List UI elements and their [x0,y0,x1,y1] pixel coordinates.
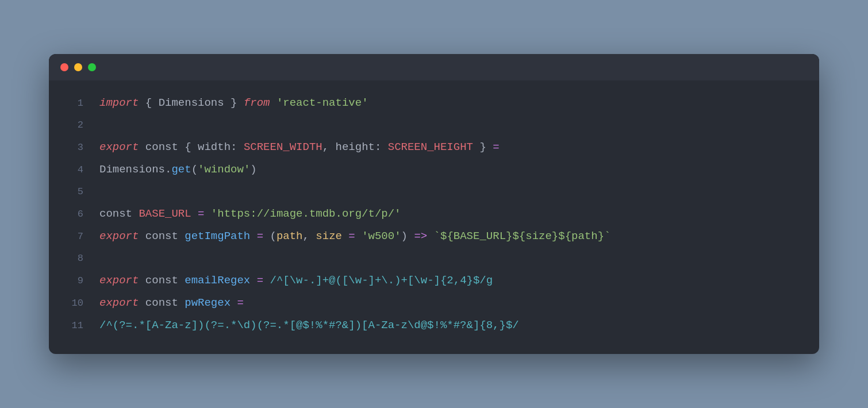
token: 'window' [198,163,250,176]
token: path [276,230,303,243]
token: pwRegex [185,297,231,309]
token [139,141,145,153]
token [178,297,185,309]
token: width: [198,141,244,153]
line-content: Dimensions.get('window') [99,159,257,180]
token: const [145,297,178,309]
line-content: import { Dimensions } from 'react-native… [99,92,368,114]
line-number: 4 [63,159,83,181]
token: } [224,97,244,109]
line-number: 2 [63,114,83,136]
code-line: 8 [49,248,819,270]
token: SCREEN_HEIGHT [388,141,473,153]
token: ( [263,230,276,243]
token: size [316,230,342,243]
token: from [244,97,270,109]
code-window: 1import { Dimensions } from 'react-nativ… [49,54,819,354]
token: => [414,230,427,243]
token: { [139,97,158,109]
token: = [257,274,263,287]
token: const [145,230,178,243]
line-content: export const emailRegex = /^[\w-.]+@([\w… [99,270,493,291]
code-line: 9export const emailRegex = /^[\w-.]+@([\… [49,270,819,292]
line-content: export const { width: SCREEN_WIDTH, heig… [99,136,500,158]
line-content: /^(?=.*[A-Za-z])(?=.*\d)(?=.*[@$!%*#?&])… [99,314,519,336]
minimize-button[interactable] [74,63,82,71]
token: BASE_URL [139,207,191,220]
token: import [99,97,139,109]
token [408,230,414,243]
token: = [348,230,355,243]
token: export [99,141,139,153]
token [132,207,139,220]
code-line: 1import { Dimensions } from 'react-nativ… [49,92,819,114]
token: = [198,207,204,220]
token: SCREEN_WIDTH [244,141,322,153]
token: , height: [322,141,388,153]
line-content: export const pwRegex = [99,292,244,314]
code-line: 11 /^(?=.*[A-Za-z])(?=.*\d)(?=.*[@$!%*#?… [49,314,819,337]
token: const [99,207,132,220]
token [139,230,145,243]
code-line: 5 [49,181,819,203]
line-number: 7 [63,226,83,248]
line-number: 9 [63,270,83,292]
line-number: 3 [63,137,83,159]
token [178,230,185,243]
token [342,230,348,243]
code-line: 6const BASE_URL = 'https://image.tmdb.or… [49,203,819,225]
token: get [171,163,191,176]
token: /^(?=.*[A-Za-z])(?=.*\d)(?=.*[@$!%*#?&])… [99,319,519,332]
token [204,207,210,220]
token [139,297,145,309]
token: = [237,297,243,309]
token: } [473,141,493,153]
token: /^[\w-.]+@([\w-]+\.)+[\w-]{2,4}$/g [270,274,493,287]
line-content: export const getImgPath = (path, size = … [99,225,610,247]
token: export [99,230,139,243]
token: . [165,163,171,176]
token: const [145,141,178,153]
line-number: 10 [63,292,83,314]
token [191,207,198,220]
close-button[interactable] [60,63,68,71]
token: Dimensions [159,97,224,109]
line-content: const BASE_URL = 'https://image.tmdb.org… [99,203,401,225]
token: = [493,141,499,153]
token: 'https://image.tmdb.org/t/p/' [211,207,401,220]
line-number: 11 [63,315,83,337]
line-number: 5 [63,181,83,203]
code-line: 2 [49,114,819,136]
line-number: 6 [63,203,83,225]
line-number: 1 [63,93,83,114]
token [231,297,237,309]
token: 'w500' [362,230,401,243]
maximize-button[interactable] [88,63,96,71]
code-line: 10export const pwRegex = [49,292,819,314]
token: = [257,230,263,243]
token: emailRegex [185,274,250,287]
code-line: 7export const getImgPath = (path, size =… [49,225,819,248]
token: ) [250,163,256,176]
token: Dimensions [99,163,165,176]
token [427,230,433,243]
token [263,274,270,287]
code-editor: 1import { Dimensions } from 'react-nativ… [49,80,819,354]
token [250,274,256,287]
token [355,230,362,243]
token: ) [401,230,408,243]
token: export [99,274,139,287]
token: , [303,230,316,243]
token: { [178,141,198,153]
line-number: 8 [63,248,83,270]
titlebar [49,54,819,80]
code-line: 4 Dimensions.get('window') [49,159,819,181]
token: ( [191,163,198,176]
token: export [99,297,139,309]
token: const [145,274,178,287]
token: 'react-native' [276,97,368,109]
token [250,230,256,243]
token: `${BASE_URL}${size}${path}` [434,230,611,243]
code-line: 3export const { width: SCREEN_WIDTH, hei… [49,136,819,159]
token: getImgPath [185,230,250,243]
